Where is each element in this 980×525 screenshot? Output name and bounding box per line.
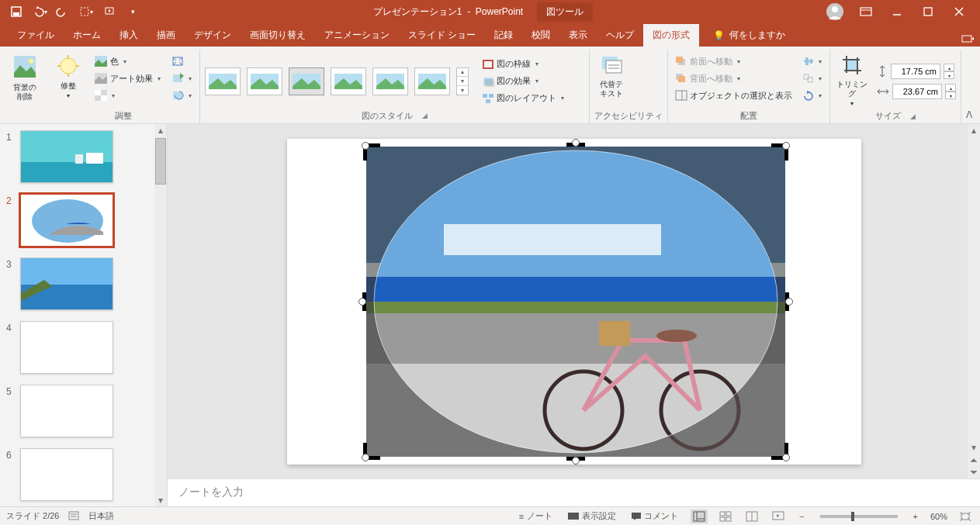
slide-thumb-3[interactable] [20, 257, 113, 310]
thumb-scroll-handle[interactable] [155, 138, 166, 185]
gallery-more[interactable]: ▾ [457, 86, 468, 95]
style-preset-5[interactable] [372, 67, 408, 95]
slide-thumb-6[interactable] [20, 448, 113, 501]
redo-button[interactable] [54, 3, 71, 20]
tab-home[interactable]: ホーム [64, 24, 110, 47]
thumb-scrollbar[interactable]: ▴ ▾ [154, 124, 167, 506]
slide-indicator[interactable]: スライド 2/26 [6, 510, 59, 522]
zoom-slider[interactable] [820, 515, 898, 518]
tell-me-search[interactable]: 💡 何をしますか [704, 24, 795, 47]
language-indicator[interactable]: 日本語 [88, 510, 114, 522]
change-picture-button[interactable]: ▾ [168, 70, 195, 87]
account-button[interactable] [825, 2, 845, 22]
tab-help[interactable]: ヘルプ [597, 24, 643, 47]
sel-handle-tr[interactable] [782, 142, 790, 150]
spellcheck-icon[interactable] [68, 511, 79, 522]
tab-review[interactable]: 校閲 [522, 24, 559, 47]
picture-effects-button[interactable]: 図の効果▾ [480, 73, 567, 90]
tab-file[interactable]: ファイル [8, 24, 64, 47]
tab-record[interactable]: 記録 [485, 24, 522, 47]
corrections-button[interactable]: 修整▾ [51, 53, 85, 102]
width-field[interactable]: ▴▾ [877, 84, 956, 99]
sel-handle-bl[interactable] [362, 454, 369, 461]
next-slide-button[interactable]: ⏷ [968, 466, 980, 478]
collapse-ribbon-button[interactable]: ᐱ [961, 50, 977, 123]
sel-handle-t[interactable] [572, 139, 580, 147]
ribbon-display-button[interactable] [856, 2, 876, 22]
touch-mode-button[interactable]: ▾ [78, 3, 95, 20]
styles-launcher[interactable]: ◢ [422, 112, 428, 119]
sel-handle-br[interactable] [782, 454, 790, 461]
remove-background-button[interactable]: 背景の 削除 [8, 53, 42, 103]
qat-customize-button[interactable]: ▾ [124, 3, 141, 20]
style-preset-4[interactable] [331, 67, 366, 95]
tab-transition[interactable]: 画面切り替え [241, 24, 315, 47]
notes-toggle[interactable]: ≡ ノート [516, 510, 556, 522]
view-slideshow-button[interactable] [770, 509, 787, 523]
canvas-viewport[interactable]: ▴ ▾ ⏶ ⏷ [168, 124, 980, 478]
color-button[interactable]: 色▾ [92, 53, 164, 70]
height-field[interactable]: ▴▾ [877, 64, 956, 79]
zoom-in-button[interactable]: + [910, 512, 921, 521]
width-down[interactable]: ▾ [945, 92, 956, 99]
crop-button[interactable]: トリミング▾ [835, 53, 869, 110]
comments-button[interactable]: コメント [629, 510, 681, 522]
thumb-scroll-up[interactable]: ▴ [154, 124, 167, 136]
align-button[interactable]: ▾ [800, 53, 825, 70]
view-normal-button[interactable] [691, 509, 708, 523]
tab-slideshow[interactable]: スライド ショー [399, 24, 485, 47]
prev-slide-button[interactable]: ⏶ [968, 454, 980, 466]
zoom-label[interactable]: 60% [930, 512, 947, 521]
view-reading-button[interactable] [743, 509, 760, 523]
slide-thumb-1[interactable] [20, 130, 113, 183]
fit-window-button[interactable] [957, 509, 974, 523]
share-button[interactable] [955, 33, 980, 47]
tab-insert[interactable]: 挿入 [110, 24, 147, 47]
size-launcher[interactable]: ◢ [910, 112, 916, 120]
style-preset-1[interactable] [205, 67, 241, 95]
reset-picture-button[interactable]: ▾ [168, 87, 195, 104]
save-button[interactable] [8, 3, 25, 20]
tab-view[interactable]: 表示 [559, 24, 597, 47]
close-button[interactable] [949, 2, 969, 22]
width-up[interactable]: ▴ [945, 84, 956, 92]
sel-handle-b[interactable] [572, 457, 580, 465]
display-settings-button[interactable]: 表示設定 [565, 510, 619, 522]
tab-animation[interactable]: アニメーション [315, 24, 399, 47]
selection-pane-button[interactable]: オブジェクトの選択と表示 [673, 87, 795, 104]
editor-scroll-down[interactable]: ▾ [968, 441, 980, 454]
gallery-down[interactable]: ▾ [457, 77, 468, 86]
notes-pane[interactable]: ノートを入力 [168, 478, 980, 506]
height-up[interactable]: ▴ [944, 64, 954, 71]
slide-canvas[interactable] [287, 139, 861, 465]
start-button[interactable] [101, 3, 118, 20]
editor-scroll-up[interactable]: ▴ [968, 124, 980, 136]
editor-scrollbar[interactable]: ▴ ▾ ⏶ ⏷ [968, 124, 980, 478]
slide-thumb-2[interactable] [20, 194, 113, 247]
gallery-up[interactable]: ▴ [457, 68, 468, 78]
picture-border-button[interactable]: 図の枠線▾ [480, 56, 567, 73]
tab-draw[interactable]: 描画 [147, 24, 185, 47]
zoom-out-button[interactable]: − [796, 512, 807, 521]
zoom-knob[interactable] [851, 512, 854, 521]
picture-layout-button[interactable]: 図のレイアウト▾ [480, 90, 567, 107]
group-button[interactable]: ▾ [800, 70, 825, 87]
maximize-button[interactable] [918, 2, 938, 22]
thumb-scroll-down[interactable]: ▾ [154, 494, 167, 506]
transparency-button[interactable]: ▾ [92, 87, 164, 104]
style-preset-2[interactable] [247, 67, 282, 95]
view-sorter-button[interactable] [717, 509, 734, 523]
alt-text-button[interactable]: 代替テ キスト [594, 53, 629, 100]
minimize-button[interactable] [887, 2, 907, 22]
sel-handle-tl[interactable] [362, 142, 369, 150]
rotate-button[interactable]: ▾ [800, 87, 825, 104]
height-down[interactable]: ▾ [944, 71, 954, 79]
sel-handle-r[interactable] [785, 298, 793, 306]
style-preset-3[interactable] [289, 67, 324, 95]
tab-design[interactable]: デザイン [185, 24, 241, 47]
tab-picture-format[interactable]: 図の形式 [643, 24, 699, 47]
slide-thumb-4[interactable] [20, 321, 113, 374]
bring-forward-button[interactable]: 前面へ移動▾ [673, 53, 795, 70]
sel-handle-l[interactable] [358, 298, 366, 306]
slide-thumb-5[interactable] [20, 385, 113, 437]
